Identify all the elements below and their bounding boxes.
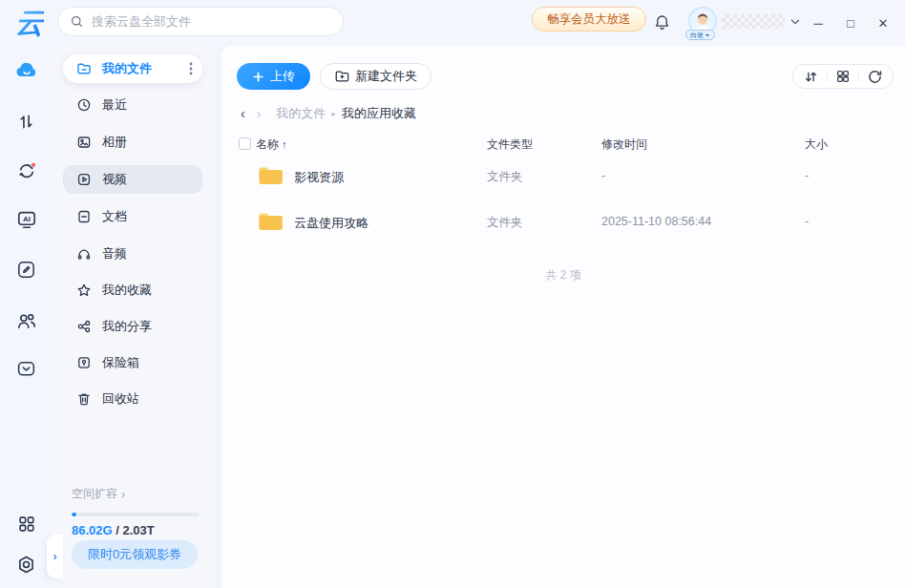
file-name[interactable]: 云盘使用攻略 [294, 215, 368, 232]
sidebar-item-videos[interactable]: 视频 [63, 165, 202, 194]
user-level-label: 白银 [690, 32, 704, 38]
more-options-icon[interactable] [189, 62, 193, 75]
file-name[interactable]: 影视资源 [294, 169, 344, 186]
sidebar-item-favorites[interactable]: 我的收藏 [63, 276, 202, 304]
column-header-type[interactable]: 文件类型 [487, 136, 533, 153]
folder-icon [258, 165, 284, 186]
storage-progress-bar [72, 513, 200, 516]
svg-text:AI: AI [23, 214, 31, 222]
select-all-checkbox[interactable] [239, 137, 251, 150]
sidebar-item-label: 保险箱 [102, 354, 193, 371]
view-options [792, 64, 894, 89]
search-box[interactable] [57, 7, 344, 36]
contacts-icon[interactable] [13, 307, 39, 333]
search-input[interactable] [92, 14, 331, 29]
document-icon [76, 209, 92, 224]
chevron-right-icon: › [53, 550, 57, 563]
file-type: 文件夹 [487, 215, 523, 231]
titlebar: 云 畅享会员大放送 白银 ─ □ ✕ [0, 0, 905, 46]
star-icon [76, 283, 92, 298]
back-arrow[interactable]: ‹ [241, 106, 245, 121]
user-name-blurred[interactable] [722, 14, 785, 29]
folder-icon [76, 61, 92, 76]
messages-icon[interactable] [13, 356, 39, 382]
sidebar-item-label: 最近 [102, 96, 193, 114]
divider [858, 71, 859, 82]
cloud-drive-icon[interactable] [13, 57, 39, 83]
column-label: 名称 [256, 137, 279, 151]
movie-voucher-button[interactable]: 限时0元领观影券 [72, 540, 198, 569]
share-icon [76, 319, 92, 334]
table-row[interactable]: 云盘使用攻略 文件夹 2025-11-10 08:56:44 - [221, 199, 905, 244]
left-icon-rail: AI [0, 46, 53, 588]
album-icon [76, 135, 92, 150]
sidebar-item-label: 我的文件 [102, 60, 179, 77]
divider [827, 71, 828, 82]
storage-expand-label: 空间扩容 [72, 486, 117, 502]
logo-glyph: 云 [15, 9, 44, 37]
maximize-button[interactable]: □ [834, 9, 867, 37]
sort-ascending-icon: ↑ [282, 138, 287, 150]
new-folder-button[interactable]: 新建文件夹 [320, 63, 431, 90]
storage-used: 86.02G [72, 523, 113, 537]
file-size: - [805, 169, 809, 182]
minimize-button[interactable]: ─ [802, 9, 834, 37]
sidebar-item-label: 相册 [102, 134, 193, 151]
sidebar-item-albums[interactable]: 相册 [63, 128, 202, 157]
search-icon [70, 14, 84, 29]
refresh-icon[interactable] [867, 69, 883, 85]
plus-icon [252, 71, 264, 83]
sidebar-item-my-files[interactable]: 我的文件 [63, 54, 202, 83]
column-header-modified[interactable]: 修改时间 [601, 136, 647, 153]
grid-view-icon[interactable] [835, 69, 851, 84]
headphones-icon [76, 246, 92, 262]
sidebar: 我的文件 最近 相册 视频 文档 [53, 46, 217, 588]
storage-panel: 空间扩容 › 86.02G / 2.03T [72, 486, 201, 537]
sidebar-item-documents[interactable]: 文档 [63, 202, 202, 231]
sidebar-item-label: 文档 [102, 208, 193, 225]
close-button[interactable]: ✕ [867, 9, 899, 37]
chevron-right-icon: › [121, 488, 125, 501]
window-controls: ─ □ ✕ [802, 0, 899, 46]
sort-icon[interactable] [803, 69, 819, 85]
main-toolbar: 上传 新建文件夹 [221, 46, 905, 90]
sync-icon[interactable] [13, 158, 39, 183]
ai-assistant-icon[interactable]: AI [13, 206, 39, 232]
app-logo: 云 [10, 4, 50, 42]
user-level-badge: 白银 [685, 30, 715, 40]
sidebar-item-label: 我的收藏 [102, 282, 193, 299]
storage-usage-text: 86.02G / 2.03T [72, 523, 201, 537]
apps-grid-icon[interactable] [13, 511, 39, 536]
sidebar-item-recycle-bin[interactable]: 回收站 [63, 385, 202, 413]
notification-bell-icon[interactable] [653, 13, 671, 32]
settings-icon[interactable] [13, 552, 39, 578]
new-folder-label: 新建文件夹 [355, 68, 417, 85]
sidebar-item-label: 回收站 [102, 390, 193, 408]
sidebar-item-recent[interactable]: 最近 [63, 91, 202, 119]
sidebar-collapse-handle[interactable]: › [47, 535, 63, 578]
upload-button[interactable]: 上传 [237, 63, 310, 90]
column-header-size[interactable]: 大小 [805, 136, 828, 153]
notes-icon[interactable] [13, 257, 39, 283]
transfers-icon[interactable] [13, 109, 39, 135]
trash-icon [76, 391, 92, 407]
main-content: 上传 新建文件夹 ‹ › 我的文件 ▸ [221, 46, 905, 588]
member-promo-badge[interactable]: 畅享会员大放送 [532, 7, 646, 32]
sidebar-item-label: 视频 [102, 171, 193, 188]
video-icon [76, 172, 92, 187]
file-modified: 2025-11-10 08:56:44 [601, 215, 711, 228]
sidebar-item-shares[interactable]: 我的分享 [63, 312, 202, 341]
storage-expand-link[interactable]: 空间扩容 › [72, 486, 201, 502]
sidebar-item-audio[interactable]: 音频 [63, 240, 202, 268]
table-header: 名称↑ 文件类型 修改时间 大小 [221, 136, 905, 153]
sidebar-item-safe[interactable]: 保险箱 [63, 348, 202, 377]
storage-total: 2.03T [123, 523, 155, 537]
breadcrumb-parent[interactable]: 我的文件 [276, 105, 326, 122]
breadcrumb-separator-icon: ▸ [331, 109, 336, 118]
column-header-name[interactable]: 名称↑ [256, 136, 287, 153]
table-row[interactable]: 影视资源 文件夹 - - [221, 153, 905, 199]
forward-arrow[interactable]: › [257, 106, 262, 121]
file-modified: - [601, 169, 605, 182]
storage-bar-fill [72, 513, 76, 516]
user-menu-chevron-icon[interactable] [790, 18, 800, 26]
